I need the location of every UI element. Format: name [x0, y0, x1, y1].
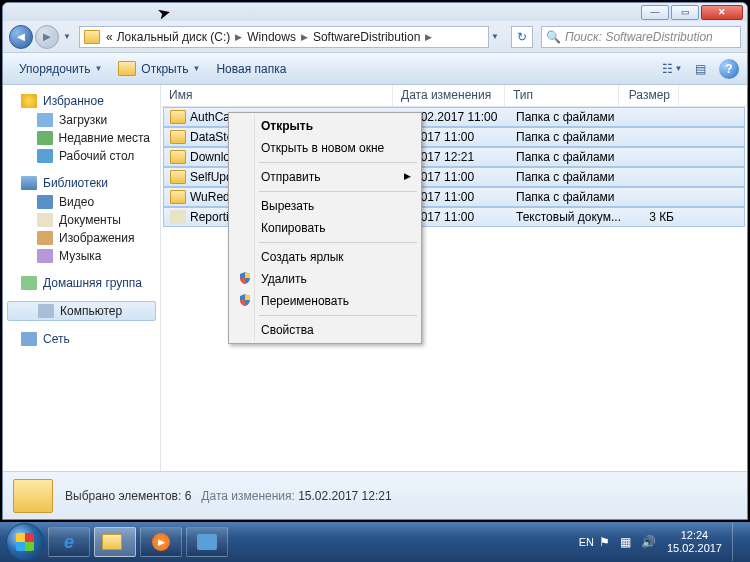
- downloads-icon: [37, 113, 53, 127]
- nav-history-dropdown[interactable]: ▼: [61, 25, 73, 49]
- ctx-rename[interactable]: Переименовать: [231, 290, 419, 312]
- submenu-arrow-icon: ▶: [404, 171, 411, 181]
- new-folder-button[interactable]: Новая папка: [208, 59, 294, 79]
- forward-button[interactable]: ►: [35, 25, 59, 49]
- header-name[interactable]: Имя: [161, 85, 393, 106]
- tray-volume-icon[interactable]: 🔊: [641, 535, 656, 549]
- file-icon: [170, 210, 186, 224]
- header-type[interactable]: Тип: [505, 85, 619, 106]
- taskbar-mediaplayer[interactable]: ▶: [140, 527, 182, 557]
- file-size: 3 КБ: [622, 210, 682, 224]
- taskbar: e ▶ EN ⚑ ▦ 🔊 12:24 15.02.2017: [0, 522, 750, 562]
- file-icon: [170, 110, 186, 124]
- sidebar-videos[interactable]: Видео: [3, 193, 160, 211]
- file-icon: [170, 190, 186, 204]
- folder-icon: [102, 534, 122, 550]
- taskbar-explorer[interactable]: [94, 527, 136, 557]
- sidebar-music[interactable]: Музыка: [3, 247, 160, 265]
- computer-icon: [38, 304, 54, 318]
- tray-clock[interactable]: 12:24 15.02.2017: [667, 529, 722, 555]
- sidebar-downloads[interactable]: Загрузки: [3, 111, 160, 129]
- file-type: Папка с файлами: [508, 130, 622, 144]
- file-icon: [170, 150, 186, 164]
- system-tray: EN ⚑ ▦ 🔊 12:24 15.02.2017: [579, 523, 744, 561]
- crumb-current[interactable]: SoftwareDistribution: [311, 30, 422, 44]
- document-icon: [37, 213, 53, 227]
- back-button[interactable]: ◄: [9, 25, 33, 49]
- tray-language[interactable]: EN: [579, 536, 594, 548]
- uac-shield-icon: [238, 293, 252, 307]
- search-icon: 🔍: [546, 30, 561, 44]
- detail-date-label: Дата изменения:: [201, 489, 295, 503]
- sidebar-pictures[interactable]: Изображения: [3, 229, 160, 247]
- sidebar-recent[interactable]: Недавние места: [3, 129, 160, 147]
- ctx-properties[interactable]: Свойства: [231, 319, 419, 341]
- close-button[interactable]: ✕: [701, 5, 743, 20]
- file-type: Папка с файлами: [508, 150, 622, 164]
- chevron-down-icon: ▼: [192, 64, 200, 73]
- ctx-create-shortcut[interactable]: Создать ярлык: [231, 246, 419, 268]
- search-placeholder: Поиск: SoftwareDistribution: [565, 30, 713, 44]
- minimize-button[interactable]: —: [641, 5, 669, 20]
- chevron-right-icon[interactable]: ▶: [422, 32, 435, 42]
- music-icon: [37, 249, 53, 263]
- chevron-right-icon[interactable]: ▶: [232, 32, 245, 42]
- toolbar: Упорядочить▼ Открыть▼ Новая папка ☷▼ ▤ ?: [3, 53, 747, 85]
- ie-icon: e: [64, 532, 74, 553]
- libraries-icon: [21, 176, 37, 190]
- ctx-delete[interactable]: Удалить: [231, 268, 419, 290]
- open-button[interactable]: Открыть▼: [110, 58, 208, 79]
- header-date[interactable]: Дата изменения: [393, 85, 505, 106]
- nav-bar: ◄ ► ▼ « Локальный диск (C:)▶ Windows▶ So…: [3, 21, 747, 53]
- sidebar-homegroup[interactable]: Домашняя группа: [3, 273, 160, 293]
- crumb-ellipsis[interactable]: «: [104, 30, 115, 44]
- tray-flag-icon[interactable]: ⚑: [599, 535, 610, 549]
- uac-shield-icon: [238, 271, 252, 285]
- network-icon: [21, 332, 37, 346]
- header-size[interactable]: Размер: [619, 85, 679, 106]
- ctx-send-to[interactable]: Отправить▶: [231, 166, 419, 188]
- file-type: Папка с файлами: [508, 110, 622, 124]
- titlebar: — ▭ ✕: [3, 3, 747, 21]
- taskbar-ie[interactable]: e: [48, 527, 90, 557]
- star-icon: [21, 94, 37, 108]
- column-headers: Имя Дата изменения Тип Размер: [161, 85, 747, 107]
- sidebar-libraries[interactable]: Библиотеки: [3, 173, 160, 193]
- pictures-icon: [37, 231, 53, 245]
- recent-icon: [37, 131, 53, 145]
- file-icon: [170, 130, 186, 144]
- ctx-copy[interactable]: Копировать: [231, 217, 419, 239]
- crumb-drive[interactable]: Локальный диск (C:): [115, 30, 233, 44]
- tray-network-icon[interactable]: ▦: [620, 535, 631, 549]
- address-dropdown[interactable]: ▼: [489, 25, 501, 49]
- help-button[interactable]: ?: [719, 59, 739, 79]
- folder-icon: [84, 30, 100, 44]
- detail-date-value: 15.02.2017 12:21: [298, 489, 391, 503]
- sidebar-network[interactable]: Сеть: [3, 329, 160, 349]
- ctx-cut[interactable]: Вырезать: [231, 195, 419, 217]
- folder-icon: [13, 479, 53, 513]
- view-options-button[interactable]: ☷▼: [659, 58, 685, 80]
- organize-button[interactable]: Упорядочить▼: [11, 59, 110, 79]
- start-button[interactable]: [6, 523, 44, 561]
- sidebar-desktop[interactable]: Рабочий стол: [3, 147, 160, 165]
- file-icon: [170, 170, 186, 184]
- sidebar-favorites[interactable]: Избранное: [3, 91, 160, 111]
- details-pane: Выбрано элементов: 6 Дата изменения: 15.…: [3, 471, 747, 519]
- sidebar-documents[interactable]: Документы: [3, 211, 160, 229]
- maximize-button[interactable]: ▭: [671, 5, 699, 20]
- preview-pane-button[interactable]: ▤: [687, 58, 713, 80]
- refresh-button[interactable]: ↻: [511, 26, 533, 48]
- file-type: Текстовый докум...: [508, 210, 622, 224]
- crumb-windows[interactable]: Windows: [245, 30, 298, 44]
- context-menu: Открыть Открыть в новом окне Отправить▶ …: [228, 112, 422, 344]
- sidebar-computer[interactable]: Компьютер: [7, 301, 156, 321]
- desktop-icon: [37, 149, 53, 163]
- chevron-right-icon[interactable]: ▶: [298, 32, 311, 42]
- ctx-open-new-window[interactable]: Открыть в новом окне: [231, 137, 419, 159]
- address-bar[interactable]: « Локальный диск (C:)▶ Windows▶ Software…: [79, 26, 489, 48]
- ctx-open[interactable]: Открыть: [231, 115, 419, 137]
- search-box[interactable]: 🔍 Поиск: SoftwareDistribution: [541, 26, 741, 48]
- taskbar-app[interactable]: [186, 527, 228, 557]
- show-desktop-button[interactable]: [732, 523, 744, 561]
